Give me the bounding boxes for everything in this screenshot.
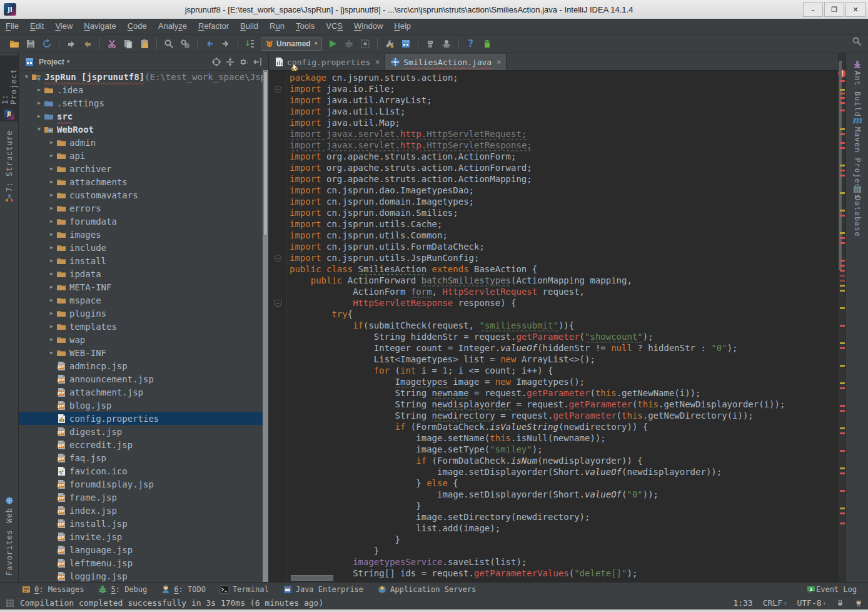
close-tab-icon[interactable]: × bbox=[497, 58, 501, 66]
stripe-mark[interactable] bbox=[840, 387, 845, 389]
menu-navigate[interactable]: Navigate bbox=[78, 19, 121, 34]
tree-collapsed-arrow-icon[interactable]: ▶ bbox=[48, 324, 56, 329]
find-button[interactable] bbox=[161, 36, 176, 51]
stripe-mark[interactable] bbox=[840, 290, 845, 292]
stripe-mark[interactable] bbox=[840, 513, 845, 514]
save-button[interactable] bbox=[23, 36, 38, 51]
menu-code[interactable]: Code bbox=[122, 19, 153, 34]
stripe-mark[interactable] bbox=[840, 142, 845, 144]
tree-item-src[interactable]: ▶src bbox=[19, 110, 263, 123]
help-button[interactable]: ? bbox=[463, 36, 478, 51]
stripe-mark[interactable] bbox=[840, 347, 845, 349]
robot1-button[interactable] bbox=[423, 36, 438, 51]
coverage-button[interactable] bbox=[358, 36, 373, 51]
open-button[interactable] bbox=[7, 36, 22, 51]
stripe-mark[interactable] bbox=[840, 472, 845, 474]
toolwindow-switcher-icon[interactable] bbox=[5, 598, 15, 608]
tree-item-announcement.jsp[interactable]: JSPannouncement.jsp bbox=[19, 372, 263, 385]
tree-item-meta-inf[interactable]: ▶META-INF bbox=[19, 280, 263, 293]
tree-item-install.jsp[interactable]: JSPinstall.jsp bbox=[19, 517, 263, 530]
tree-collapsed-arrow-icon[interactable]: ▶ bbox=[48, 297, 56, 303]
tree-item-.idea[interactable]: ▶.idea bbox=[19, 83, 263, 96]
event-log-button[interactable]: 1Event Log bbox=[806, 584, 857, 594]
tool-window-button-terminal[interactable]: Terminal bbox=[220, 584, 269, 594]
stripe-mark[interactable] bbox=[840, 307, 845, 309]
tree-item-images[interactable]: ▶images bbox=[19, 228, 263, 241]
tool-button-structure[interactable]: 7: Structure bbox=[0, 127, 18, 208]
stripe-mark[interactable] bbox=[840, 242, 845, 244]
tree-collapsed-arrow-icon[interactable]: ▶ bbox=[48, 271, 56, 277]
redo-button[interactable] bbox=[80, 36, 95, 51]
stripe-mark[interactable] bbox=[840, 490, 845, 492]
tree-item-forumdata[interactable]: ▶forumdata bbox=[19, 215, 263, 228]
error-stripe[interactable]: ! bbox=[838, 53, 845, 582]
tree-collapsed-arrow-icon[interactable]: ▶ bbox=[48, 350, 56, 355]
menu-build[interactable]: Build bbox=[235, 19, 264, 34]
caret-position[interactable]: 1:33 bbox=[733, 598, 752, 608]
stripe-mark[interactable] bbox=[840, 432, 845, 434]
tree-item-config.properties[interactable]: config.properties bbox=[19, 412, 263, 425]
tree-collapsed-arrow-icon[interactable]: ▶ bbox=[35, 113, 43, 119]
code-editor[interactable]: −−− package cn.jsprun.struts.action;impo… bbox=[269, 71, 838, 582]
stripe-mark[interactable] bbox=[840, 80, 845, 82]
tree-item-include[interactable]: ▶include bbox=[19, 241, 263, 254]
tree-item-index.jsp[interactable]: JSPindex.jsp bbox=[19, 504, 263, 517]
tool-window-button-5-debug[interactable]: 5: Debug bbox=[98, 584, 147, 594]
fold-handle-icon[interactable]: − bbox=[275, 300, 281, 307]
menu-run[interactable]: Run bbox=[264, 19, 290, 34]
stripe-mark[interactable] bbox=[840, 232, 845, 234]
stripe-mark[interactable] bbox=[840, 450, 845, 452]
tree-item-jsprun-jsprunutf8-[interactable]: ▼JspRun [jsprunutf8] (E:\test_work_space… bbox=[19, 70, 263, 83]
stripe-mark[interactable] bbox=[840, 280, 845, 282]
stripe-mark[interactable] bbox=[840, 342, 845, 344]
tree-collapsed-arrow-icon[interactable]: ▶ bbox=[48, 205, 56, 211]
stripe-mark[interactable] bbox=[840, 467, 845, 469]
tree-item-web-inf[interactable]: ▶WEB-INF bbox=[19, 346, 263, 359]
menu-help[interactable]: Help bbox=[388, 19, 416, 34]
tree-item-customavatars[interactable]: ▶customavatars bbox=[19, 188, 263, 201]
tree-item-.settings[interactable]: ▶.settings bbox=[19, 96, 263, 110]
tree-item-language.jsp[interactable]: JSPlanguage.jsp bbox=[19, 543, 263, 556]
debug-button[interactable] bbox=[341, 36, 356, 51]
replace-button[interactable] bbox=[178, 36, 193, 51]
tree-collapsed-arrow-icon[interactable]: ▶ bbox=[48, 284, 56, 290]
tree-item-invite.jsp[interactable]: JSPinvite.jsp bbox=[19, 530, 263, 543]
menu-file[interactable]: File bbox=[0, 19, 24, 34]
stripe-mark[interactable] bbox=[840, 165, 845, 166]
tree-collapsed-arrow-icon[interactable]: ▶ bbox=[48, 166, 56, 171]
run-configuration-select[interactable]: Unnamed▼ bbox=[261, 37, 322, 51]
run-button[interactable] bbox=[325, 36, 340, 51]
tree-item-errors[interactable]: ▶errors bbox=[19, 201, 263, 215]
stripe-mark[interactable] bbox=[840, 382, 845, 384]
tree-item-admin[interactable]: ▶admin bbox=[19, 136, 263, 149]
tree-collapsed-arrow-icon[interactable]: ▶ bbox=[35, 100, 43, 106]
menu-view[interactable]: View bbox=[49, 19, 78, 34]
close-button[interactable]: ✕ bbox=[845, 2, 865, 17]
editor-tab-smiliesaction.java[interactable]: SmiliesAction.java× bbox=[385, 54, 507, 70]
search-everywhere-button[interactable] bbox=[852, 36, 862, 46]
tool-button-ant-build[interactable]: Ant Build bbox=[846, 58, 868, 117]
tree-item-logging.jsp[interactable]: JSPlogging.jsp bbox=[19, 569, 263, 582]
stripe-mark[interactable] bbox=[840, 102, 845, 104]
stripe-mark[interactable] bbox=[840, 325, 845, 327]
tool-window-button-java-enterprise[interactable]: Java Enterprise bbox=[283, 584, 363, 594]
collapse-all-icon[interactable] bbox=[223, 55, 237, 69]
stripe-mark[interactable] bbox=[840, 110, 845, 111]
menu-refactor[interactable]: Refactor bbox=[193, 19, 235, 34]
tree-collapsed-arrow-icon[interactable]: ▶ bbox=[48, 337, 56, 342]
tool-button-database[interactable]: Database bbox=[846, 183, 868, 237]
tree-item-eccredit.jsp[interactable]: JSPeccredit.jsp bbox=[19, 438, 263, 451]
editor-tab-config.properties[interactable]: config.properties× bbox=[269, 54, 385, 70]
robot2-button[interactable] bbox=[439, 36, 454, 51]
horizontal-scrollbar[interactable] bbox=[291, 575, 333, 581]
project-tree-scrollbar[interactable] bbox=[263, 70, 268, 582]
inspector-hector-icon[interactable] bbox=[854, 599, 863, 608]
tree-item-wap[interactable]: ▶wap bbox=[19, 333, 263, 346]
tree-expanded-arrow-icon[interactable]: ▼ bbox=[23, 74, 31, 79]
encoding-selector[interactable]: UTF-8 ↕ bbox=[797, 598, 826, 608]
stripe-mark[interactable] bbox=[840, 147, 845, 149]
tree-collapsed-arrow-icon[interactable]: ▶ bbox=[48, 153, 56, 158]
stripe-mark[interactable] bbox=[840, 285, 845, 287]
tree-collapsed-arrow-icon[interactable]: ▶ bbox=[48, 258, 56, 263]
menu-edit[interactable]: Edit bbox=[24, 19, 49, 34]
